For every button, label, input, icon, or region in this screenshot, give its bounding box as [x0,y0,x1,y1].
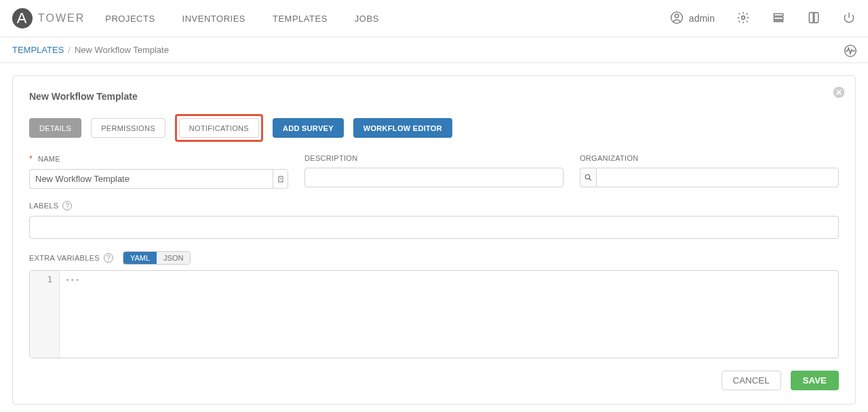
description-label: DESCRIPTION [304,154,564,162]
description-field-col: DESCRIPTION [304,154,564,189]
close-icon[interactable] [832,86,844,98]
name-field-col: *NAME [29,154,288,189]
workflow-template-panel: New Workflow Template DETAILS PERMISSION… [12,75,856,405]
panel-title: New Workflow Template [29,91,839,102]
docs-icon[interactable] [807,11,821,26]
nav-jobs[interactable]: JOBS [355,14,379,24]
top-nav-links: PROJECTS INVENTORIES TEMPLATES JOBS [105,14,379,24]
extra-vars-editor[interactable]: 1 --- [29,270,839,358]
extra-vars-label: EXTRA VARIABLES ? [29,253,113,263]
top-nav-right: admin [670,11,856,26]
labels-help-icon[interactable]: ? [62,201,72,210]
brand-logo-text: TOWER [38,12,85,24]
top-nav: A TOWER PROJECTS INVENTORIES TEMPLATES J… [0,0,868,37]
name-input-group [29,169,288,189]
add-survey-button[interactable]: ADD SURVEY [273,118,344,138]
breadcrumb: TEMPLATES / New Workflow Template [0,37,868,63]
name-revert-button[interactable] [273,169,288,189]
power-icon[interactable] [842,11,856,26]
name-label: *NAME [29,154,288,164]
cancel-button[interactable]: CANCEL [722,371,781,390]
inventory-icon[interactable] [772,11,785,26]
breadcrumb-current: New Workflow Template [75,45,169,55]
form-row-1: *NAME DESCRIPTION ORGANIZATION [29,154,839,189]
nav-templates[interactable]: TEMPLATES [273,14,328,24]
toggle-yaml[interactable]: YAML [123,252,157,264]
toggle-json[interactable]: JSON [157,252,190,264]
editor-content[interactable]: --- [60,271,838,358]
brand-logo: A TOWER [12,8,85,29]
current-user[interactable]: admin [670,11,715,26]
breadcrumb-sep: / [68,45,71,55]
nav-inventories[interactable]: INVENTORIES [182,14,245,24]
nav-projects[interactable]: PROJECTS [105,14,155,24]
svg-point-1 [675,14,678,17]
editor-gutter: 1 [30,271,60,358]
organization-lookup-button[interactable] [580,168,596,187]
svg-rect-3 [774,14,783,16]
current-user-name: admin [689,13,715,24]
save-button[interactable]: SAVE [791,371,839,390]
labels-input[interactable] [29,216,839,239]
labels-label: LABELS ? [29,201,839,210]
extra-vars-header: EXTRA VARIABLES ? YAML JSON [29,251,839,265]
tab-notifications[interactable]: NOTIFICATIONS [179,118,259,138]
tabs-row: DETAILS PERMISSIONS NOTIFICATIONS ADD SU… [29,114,839,142]
workflow-editor-button[interactable]: WORKFLOW EDITOR [353,118,452,138]
tab-notifications-highlight: NOTIFICATIONS [175,114,263,142]
settings-icon[interactable] [736,11,750,26]
organization-field-col: ORGANIZATION [580,154,839,189]
activity-stream-icon[interactable] [844,44,856,56]
extra-vars-help-icon[interactable]: ? [104,253,113,263]
svg-rect-5 [774,20,783,22]
tab-permissions[interactable]: PERMISSIONS [91,118,165,138]
tab-details[interactable]: DETAILS [29,118,81,138]
breadcrumb-templates-link[interactable]: TEMPLATES [12,45,64,55]
organization-input[interactable] [596,168,839,187]
form-footer: CANCEL SAVE [29,371,839,390]
description-input[interactable] [304,168,564,187]
organization-input-group [580,168,839,187]
svg-point-2 [742,16,745,19]
extra-vars-format-toggle: YAML JSON [123,251,191,265]
organization-label: ORGANIZATION [580,154,839,162]
name-input[interactable] [29,169,273,189]
brand-logo-icon: A [12,8,33,29]
svg-rect-4 [774,17,783,19]
user-icon [670,11,684,26]
